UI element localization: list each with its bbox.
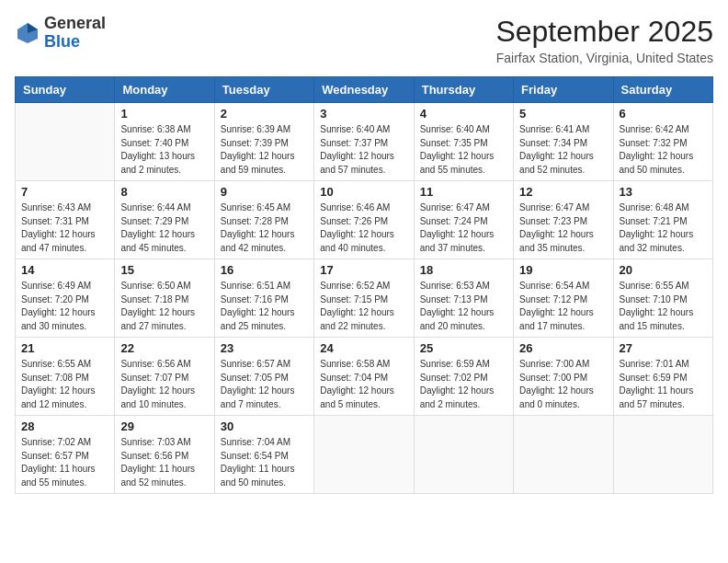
day-info: Sunrise: 6:52 AM Sunset: 7:15 PM Dayligh… [320, 280, 407, 333]
title-area: September 2025 Fairfax Station, Virginia… [495, 15, 713, 65]
day-info: Sunrise: 6:59 AM Sunset: 7:02 PM Dayligh… [420, 358, 507, 411]
day-number: 9 [221, 185, 308, 199]
calendar-cell: 28Sunrise: 7:02 AM Sunset: 6:57 PM Dayli… [16, 416, 115, 494]
weekday-header: Thursday [414, 77, 513, 103]
weekday-header: Wednesday [314, 77, 414, 103]
calendar-cell: 18Sunrise: 6:53 AM Sunset: 7:13 PM Dayli… [414, 259, 513, 338]
day-number: 22 [120, 341, 208, 355]
calendar-week-row: 7Sunrise: 6:43 AM Sunset: 7:31 PM Daylig… [16, 181, 713, 259]
day-info: Sunrise: 6:43 AM Sunset: 7:31 PM Dayligh… [21, 201, 108, 255]
day-info: Sunrise: 6:38 AM Sunset: 7:40 PM Dayligh… [120, 123, 208, 177]
logo-icon [15, 20, 40, 46]
calendar-week-row: 14Sunrise: 6:49 AM Sunset: 7:20 PM Dayli… [16, 259, 713, 338]
day-number: 27 [620, 341, 707, 355]
day-number: 26 [519, 341, 607, 355]
day-info: Sunrise: 6:58 AM Sunset: 7:04 PM Dayligh… [320, 358, 407, 411]
header: General Blue September 2025 Fairfax Stat… [15, 15, 713, 65]
calendar-cell: 29Sunrise: 7:03 AM Sunset: 6:56 PM Dayli… [115, 416, 214, 494]
day-info: Sunrise: 6:47 AM Sunset: 7:24 PM Dayligh… [420, 201, 507, 255]
calendar-cell: 3Sunrise: 6:40 AM Sunset: 7:37 PM Daylig… [314, 103, 414, 181]
day-number: 17 [320, 263, 407, 277]
calendar-cell: 16Sunrise: 6:51 AM Sunset: 7:16 PM Dayli… [214, 259, 313, 338]
day-number: 2 [221, 107, 308, 121]
calendar-cell [514, 416, 613, 494]
calendar-cell [414, 416, 513, 494]
day-number: 3 [320, 107, 407, 121]
logo-blue: Blue [44, 32, 80, 51]
month-title: September 2025 [495, 15, 713, 49]
calendar-cell: 13Sunrise: 6:48 AM Sunset: 7:21 PM Dayli… [613, 181, 712, 259]
calendar-cell: 12Sunrise: 6:47 AM Sunset: 7:23 PM Dayli… [514, 181, 613, 259]
calendar-week-row: 28Sunrise: 7:02 AM Sunset: 6:57 PM Dayli… [16, 416, 713, 494]
calendar-cell: 9Sunrise: 6:45 AM Sunset: 7:28 PM Daylig… [214, 181, 313, 259]
calendar: SundayMondayTuesdayWednesdayThursdayFrid… [15, 76, 713, 494]
day-info: Sunrise: 6:39 AM Sunset: 7:39 PM Dayligh… [221, 123, 308, 177]
calendar-cell: 30Sunrise: 7:04 AM Sunset: 6:54 PM Dayli… [214, 416, 313, 494]
day-info: Sunrise: 6:40 AM Sunset: 7:37 PM Dayligh… [320, 123, 407, 177]
weekday-header: Tuesday [214, 77, 313, 103]
calendar-header-row: SundayMondayTuesdayWednesdayThursdayFrid… [16, 77, 713, 103]
day-info: Sunrise: 6:53 AM Sunset: 7:13 PM Dayligh… [420, 280, 507, 333]
day-info: Sunrise: 6:44 AM Sunset: 7:29 PM Dayligh… [120, 201, 208, 255]
day-number: 20 [620, 263, 707, 277]
day-number: 23 [221, 341, 308, 355]
day-info: Sunrise: 6:55 AM Sunset: 7:08 PM Dayligh… [21, 358, 108, 411]
day-info: Sunrise: 6:51 AM Sunset: 7:16 PM Dayligh… [221, 280, 308, 333]
calendar-cell: 23Sunrise: 6:57 AM Sunset: 7:05 PM Dayli… [214, 338, 313, 416]
day-number: 25 [420, 341, 507, 355]
day-number: 1 [120, 107, 208, 121]
day-number: 19 [519, 263, 607, 277]
day-number: 8 [120, 185, 208, 199]
day-number: 21 [21, 341, 108, 355]
day-number: 13 [620, 185, 707, 199]
day-info: Sunrise: 6:45 AM Sunset: 7:28 PM Dayligh… [221, 201, 308, 255]
day-number: 7 [21, 185, 108, 199]
calendar-cell: 2Sunrise: 6:39 AM Sunset: 7:39 PM Daylig… [214, 103, 313, 181]
day-info: Sunrise: 6:41 AM Sunset: 7:34 PM Dayligh… [519, 123, 607, 177]
day-number: 18 [420, 263, 507, 277]
calendar-cell [613, 416, 712, 494]
calendar-cell: 14Sunrise: 6:49 AM Sunset: 7:20 PM Dayli… [16, 259, 115, 338]
calendar-cell: 24Sunrise: 6:58 AM Sunset: 7:04 PM Dayli… [314, 338, 414, 416]
day-info: Sunrise: 7:00 AM Sunset: 7:00 PM Dayligh… [519, 358, 607, 411]
logo: General Blue [15, 15, 106, 52]
day-number: 15 [120, 263, 208, 277]
day-info: Sunrise: 7:04 AM Sunset: 6:54 PM Dayligh… [221, 436, 308, 489]
day-number: 12 [519, 185, 607, 199]
day-number: 11 [420, 185, 507, 199]
day-number: 10 [320, 185, 407, 199]
logo-text: General Blue [44, 15, 106, 52]
calendar-cell: 26Sunrise: 7:00 AM Sunset: 7:00 PM Dayli… [514, 338, 613, 416]
day-number: 29 [120, 419, 208, 433]
day-info: Sunrise: 6:49 AM Sunset: 7:20 PM Dayligh… [21, 280, 108, 333]
day-info: Sunrise: 6:55 AM Sunset: 7:10 PM Dayligh… [620, 280, 707, 333]
calendar-cell [314, 416, 414, 494]
day-info: Sunrise: 6:57 AM Sunset: 7:05 PM Dayligh… [221, 358, 308, 411]
day-info: Sunrise: 7:03 AM Sunset: 6:56 PM Dayligh… [120, 436, 208, 489]
day-info: Sunrise: 7:01 AM Sunset: 6:59 PM Dayligh… [620, 358, 707, 411]
day-info: Sunrise: 6:46 AM Sunset: 7:26 PM Dayligh… [320, 201, 407, 255]
day-info: Sunrise: 6:48 AM Sunset: 7:21 PM Dayligh… [620, 201, 707, 255]
calendar-cell: 11Sunrise: 6:47 AM Sunset: 7:24 PM Dayli… [414, 181, 513, 259]
day-info: Sunrise: 6:47 AM Sunset: 7:23 PM Dayligh… [519, 201, 607, 255]
calendar-cell: 17Sunrise: 6:52 AM Sunset: 7:15 PM Dayli… [314, 259, 414, 338]
day-number: 24 [320, 341, 407, 355]
calendar-cell: 1Sunrise: 6:38 AM Sunset: 7:40 PM Daylig… [115, 103, 214, 181]
day-number: 14 [21, 263, 108, 277]
weekday-header: Friday [514, 77, 613, 103]
day-info: Sunrise: 6:56 AM Sunset: 7:07 PM Dayligh… [120, 358, 208, 411]
day-info: Sunrise: 6:50 AM Sunset: 7:18 PM Dayligh… [120, 280, 208, 333]
calendar-week-row: 1Sunrise: 6:38 AM Sunset: 7:40 PM Daylig… [16, 103, 713, 181]
location-title: Fairfax Station, Virginia, United States [495, 51, 713, 65]
day-number: 28 [21, 419, 108, 433]
weekday-header: Monday [115, 77, 214, 103]
calendar-cell: 20Sunrise: 6:55 AM Sunset: 7:10 PM Dayli… [613, 259, 712, 338]
calendar-week-row: 21Sunrise: 6:55 AM Sunset: 7:08 PM Dayli… [16, 338, 713, 416]
calendar-cell: 10Sunrise: 6:46 AM Sunset: 7:26 PM Dayli… [314, 181, 414, 259]
calendar-cell: 15Sunrise: 6:50 AM Sunset: 7:18 PM Dayli… [115, 259, 214, 338]
day-number: 16 [221, 263, 308, 277]
day-info: Sunrise: 6:54 AM Sunset: 7:12 PM Dayligh… [519, 280, 607, 333]
calendar-cell: 25Sunrise: 6:59 AM Sunset: 7:02 PM Dayli… [414, 338, 513, 416]
day-number: 5 [519, 107, 607, 121]
calendar-cell: 27Sunrise: 7:01 AM Sunset: 6:59 PM Dayli… [613, 338, 712, 416]
